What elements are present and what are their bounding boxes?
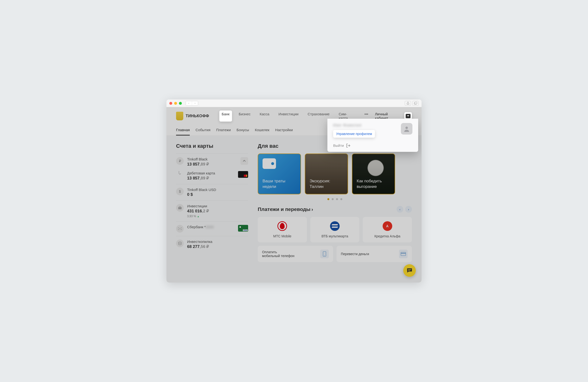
subitem-arrow-icon	[178, 171, 182, 175]
traffic-lights	[169, 102, 182, 105]
svg-rect-8	[401, 253, 406, 254]
account-change: 3,93 % ▲	[187, 214, 248, 218]
pager-dot[interactable]	[327, 198, 329, 200]
account-name: Tinkoff Black	[187, 157, 237, 161]
subnav-settings[interactable]: Настройки	[275, 125, 293, 135]
dollar-icon: $	[176, 188, 184, 195]
share-icon[interactable]	[405, 101, 411, 106]
sidebar: Счета и карты ₽ Tinkoff Black 13 857,89 …	[176, 143, 248, 262]
logout-label: Выйти	[333, 143, 344, 148]
nav-buttons: ‹ ›	[186, 101, 198, 106]
profile-name: Имя Фамилия	[333, 123, 375, 127]
carousel-next[interactable]: ›	[405, 206, 412, 213]
app-content: ТИНЬКОФФ Банк Бизнес Касса Инвестиции Ст…	[167, 107, 421, 282]
card-title: Ваши траты недели	[263, 178, 296, 190]
card-visa-icon: VISA	[238, 225, 248, 232]
briefcase-icon	[176, 204, 184, 212]
nav-invest[interactable]: Инвестиции	[276, 110, 301, 122]
pager-dot[interactable]	[340, 198, 342, 200]
action-label: Оплатить мобильный телефон	[262, 250, 296, 258]
nav-business[interactable]: Бизнес	[236, 110, 253, 122]
svg-rect-3	[179, 206, 181, 207]
subnav-wallet[interactable]: Кошелек	[255, 125, 270, 135]
svg-rect-10	[408, 270, 410, 271]
for-you-cards: Ваши траты недели Экскурсия: Таллин Как …	[258, 153, 412, 194]
payment-vtb[interactable]: ВТБ мультикарта	[310, 217, 359, 242]
svg-rect-7	[401, 252, 406, 256]
close-window[interactable]	[169, 102, 172, 105]
action-transfer[interactable]: Перевести деньги	[336, 246, 412, 262]
logo-shield-icon	[176, 112, 183, 120]
pager-dot[interactable]	[336, 198, 338, 200]
subnav-events[interactable]: События	[195, 125, 210, 135]
account-balance: 13 857,89 ₽	[187, 162, 237, 167]
card-burnout[interactable]: Как победить выгорание	[352, 153, 395, 194]
avatar-placeholder-icon	[401, 123, 412, 135]
card-icon	[399, 250, 408, 258]
svg-rect-9	[408, 269, 411, 270]
nav-bank[interactable]: Банк	[219, 110, 232, 122]
payment-label: ВТБ мультикарта	[313, 234, 357, 238]
account-investments[interactable]: Инвестиции 431 016,2 ₽ 3,93 % ▲	[176, 200, 248, 221]
account-debit-card[interactable]: Дебетовая карта 13 857,89 ₽	[176, 170, 248, 184]
svg-rect-1	[415, 102, 417, 104]
account-tinkoff-black[interactable]: ₽ Tinkoff Black 13 857,89 ₽	[176, 153, 248, 170]
account-tinkoff-usd[interactable]: $ Tinkoff Black USD 0 $	[176, 184, 248, 200]
collapse-button[interactable]	[240, 157, 248, 165]
payment-mts[interactable]: МТС Mobile	[258, 217, 307, 242]
svg-point-4	[178, 242, 181, 243]
payment-alfa[interactable]: A Кредитка Альфа	[363, 217, 412, 242]
pager-dot[interactable]	[332, 198, 334, 200]
back-button[interactable]: ‹	[186, 101, 192, 106]
payment-label: Кредитка Альфа	[365, 234, 410, 238]
wallet-icon	[263, 158, 276, 169]
minimize-window[interactable]	[174, 102, 177, 105]
card-excursion[interactable]: Экскурсия: Таллин	[305, 153, 348, 194]
account-name: Tinkoff Black USD	[187, 188, 248, 192]
content: Для вас Ваши траты недели Экскурсия: Тал…	[258, 143, 412, 262]
card-title: Как победить выгорание	[357, 178, 390, 190]
browser-window: ‹ › ТИНЬКОФФ Банк Бизнес Касса Инвестици…	[167, 100, 421, 282]
subnav-main[interactable]: Главная	[176, 125, 190, 135]
maximize-window[interactable]	[179, 102, 182, 105]
tabs-icon[interactable]	[412, 101, 419, 106]
chevron-down-icon	[406, 114, 411, 118]
profile-dropdown: Имя Фамилия Управление профилем Выйти	[327, 119, 418, 152]
carousel-prev[interactable]: ‹	[397, 206, 403, 213]
accounts-title: Счета и карты	[176, 143, 248, 149]
logout-button[interactable]: Выйти	[333, 143, 412, 148]
account-investkopilka[interactable]: Инвесткопилка 68 277,56 ₽	[176, 236, 248, 253]
account-balance: 13 857,89 ₽	[187, 176, 235, 181]
browser-chrome: ‹ ›	[167, 100, 421, 107]
mts-logo-icon	[277, 221, 287, 231]
manage-profile-button[interactable]: Управление профилем	[333, 130, 375, 138]
account-balance: 68 277,56 ₽	[187, 244, 248, 249]
chat-icon	[407, 268, 412, 273]
ruble-icon: ₽	[176, 157, 184, 165]
phone-icon	[320, 250, 329, 258]
vtb-logo-icon	[330, 221, 340, 231]
logout-icon	[346, 144, 350, 148]
payments-title[interactable]: Платежи и переводы›	[258, 206, 313, 212]
account-name: Дебетовая карта	[187, 171, 235, 175]
chat-fab[interactable]	[403, 264, 416, 277]
logo-text: ТИНЬКОФФ	[186, 114, 209, 118]
forward-button[interactable]: ›	[192, 101, 198, 106]
coins-icon	[176, 239, 184, 247]
card-thumbnail-icon	[238, 171, 248, 178]
triangle-up-icon: ▲	[197, 215, 199, 218]
action-pay-mobile[interactable]: Оплатить мобильный телефон	[258, 246, 333, 262]
card-title: Экскурсия: Таллин	[310, 178, 343, 190]
logo[interactable]: ТИНЬКОФФ	[176, 112, 209, 120]
account-name: Сбербанк *0000	[187, 225, 235, 229]
account-balance: 0 $	[187, 192, 248, 197]
card-spending[interactable]: Ваши траты недели	[258, 153, 301, 194]
subnav-payments[interactable]: Платежи	[216, 125, 231, 135]
account-name: Инвесткопилка	[187, 239, 248, 244]
account-sberbank[interactable]: Сбербанк *0000 VISA	[176, 221, 248, 236]
svg-point-6	[324, 255, 325, 256]
subnav-bonuses[interactable]: Бонусы	[237, 125, 249, 135]
nav-kassa[interactable]: Касса	[257, 110, 272, 122]
payment-label: МТС Mobile	[260, 234, 305, 238]
svg-point-11	[405, 127, 408, 129]
